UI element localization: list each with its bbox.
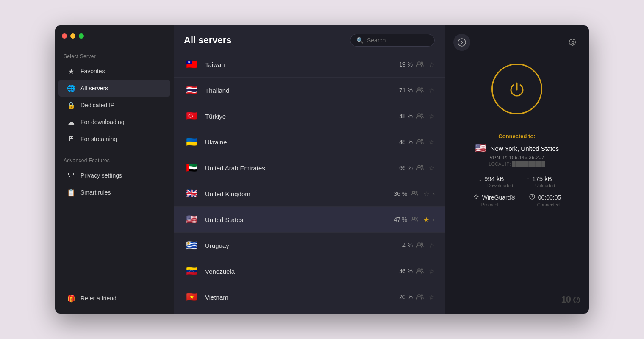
server-row[interactable]: 🇹🇷 Türkiye 48 % ☆ xyxy=(174,103,445,129)
chevron-right-icon: › xyxy=(433,190,435,197)
server-row[interactable]: 🇻🇳 Vietnam 20 % ☆ xyxy=(174,284,445,310)
server-row[interactable]: 🇹🇼 Taiwan 19 % ☆ xyxy=(174,52,445,78)
connect-arrow-button[interactable] xyxy=(453,34,470,51)
flag-icon: 🇹🇭 xyxy=(184,83,199,98)
server-load: 48 % xyxy=(391,139,413,145)
flag-icon: 🇺🇾 xyxy=(184,238,199,253)
search-box[interactable]: 🔍 xyxy=(350,34,435,47)
favorite-star-icon[interactable]: ☆ xyxy=(429,138,435,146)
svg-point-15 xyxy=(421,243,423,245)
flag-icon: 🇺🇦 xyxy=(184,134,199,150)
power-ring-button[interactable] xyxy=(491,64,542,114)
sidebar: Select Server ★ Favorites 🌐 All servers … xyxy=(55,25,174,314)
server-load: 66 % xyxy=(391,164,413,171)
server-name: Uruguay xyxy=(205,242,391,249)
flag-icon: 🇬🇧 xyxy=(184,186,199,201)
favorite-star-icon[interactable]: ☆ xyxy=(429,242,435,250)
traffic-light-green[interactable] xyxy=(79,33,84,39)
users-icon xyxy=(411,190,418,197)
sidebar-item-refer-friend[interactable]: 🎁 Refer a friend xyxy=(58,290,170,307)
sidebar-item-label: Favorites xyxy=(80,68,105,75)
server-load: 71 % xyxy=(391,87,413,94)
sidebar-item-label: For downloading xyxy=(80,119,125,125)
lock-icon: 🔒 xyxy=(67,101,75,109)
favorite-star-icon[interactable]: ☆ xyxy=(423,190,429,198)
favorite-star-icon[interactable]: ☆ xyxy=(429,61,435,69)
timer-item: 00:00:05 Connected xyxy=(529,193,561,207)
connection-city: New York, United States xyxy=(491,145,559,152)
protocol-label: Protocol xyxy=(481,202,498,207)
users-icon xyxy=(411,216,418,223)
sidebar-item-for-downloading[interactable]: ☁ For downloading xyxy=(58,114,170,131)
sidebar-item-all-servers[interactable]: 🌐 All servers xyxy=(58,80,170,97)
flag-icon: 🇹🇼 xyxy=(184,57,199,72)
server-name: Thailand xyxy=(205,87,391,94)
server-name: United Kingdom xyxy=(205,190,386,197)
globe-icon: 🌐 xyxy=(67,84,75,92)
server-list-scroll[interactable]: 🇹🇼 Taiwan 19 % ☆ 🇹🇭 Thailand 71 % xyxy=(174,52,445,314)
server-name: Türkiye xyxy=(205,113,391,120)
titlebar xyxy=(55,25,174,47)
favorite-star-icon[interactable]: ☆ xyxy=(429,164,435,172)
gift-icon: 🎁 xyxy=(67,294,75,303)
sidebar-item-for-streaming[interactable]: 🖥 For streaming xyxy=(58,131,170,147)
favorite-star-icon[interactable]: ☆ xyxy=(429,267,435,275)
svg-point-17 xyxy=(421,269,423,270)
users-icon xyxy=(416,242,424,249)
sidebar-item-dedicated-ip[interactable]: 🔒 Dedicated IP xyxy=(58,97,170,114)
connection-country-row: 🇺🇸 New York, United States xyxy=(475,143,559,154)
search-input[interactable] xyxy=(367,37,426,44)
server-load: 20 % xyxy=(391,294,413,300)
search-icon: 🔍 xyxy=(356,37,364,44)
server-load: 46 % xyxy=(391,268,413,275)
server-row[interactable]: 🇺🇦 Ukraine 48 % ☆ xyxy=(174,129,445,155)
sidebar-item-label: All servers xyxy=(80,85,108,92)
svg-line-27 xyxy=(476,197,478,198)
server-row[interactable]: 🇻🇪 Venezuela 46 % ☆ xyxy=(174,258,445,284)
users-icon xyxy=(416,113,424,120)
sidebar-item-smart-rules[interactable]: 📋 Smart rules xyxy=(58,184,170,201)
sidebar-bottom: 🎁 Refer a friend xyxy=(55,276,174,314)
users-icon xyxy=(416,294,424,301)
shield-icon: 🛡 xyxy=(67,171,75,180)
favorite-star-icon[interactable]: ☆ xyxy=(429,86,435,94)
connection-flag: 🇺🇸 xyxy=(475,143,486,154)
sidebar-item-label: Refer a friend xyxy=(80,295,117,302)
favorite-star-icon[interactable]: ★ xyxy=(423,216,429,224)
svg-point-9 xyxy=(421,165,423,167)
favorite-star-icon[interactable]: ☆ xyxy=(429,293,435,301)
server-name: United States xyxy=(205,216,386,223)
download-label: Downloaded xyxy=(487,183,513,188)
chevron-right-icon: › xyxy=(433,216,435,223)
server-name: Vietnam xyxy=(205,294,391,301)
users-icon xyxy=(416,139,424,146)
protocol-value: WireGuard® xyxy=(482,194,515,201)
download-value: 994 kB xyxy=(484,175,504,182)
server-load: 19 % xyxy=(391,61,413,68)
svg-point-13 xyxy=(416,217,417,219)
svg-point-1 xyxy=(421,62,423,64)
traffic-light-red[interactable] xyxy=(62,33,67,39)
server-row[interactable]: 🇬🇧 United Kingdom 36 % ☆ › xyxy=(174,181,445,207)
local-ip: LOCAL IP: ██████████ xyxy=(489,161,545,167)
server-load: 47 % xyxy=(386,216,407,223)
sidebar-item-favorites[interactable]: ★ Favorites xyxy=(58,63,170,80)
traffic-light-yellow[interactable] xyxy=(70,33,75,39)
flag-icon: 🇦🇪 xyxy=(184,160,199,175)
sidebar-item-privacy-settings[interactable]: 🛡 Privacy settings xyxy=(58,167,170,184)
users-icon xyxy=(416,87,424,94)
svg-point-11 xyxy=(416,191,417,193)
server-row[interactable]: 🇺🇸 United States 47 % ★ › xyxy=(174,207,445,233)
server-name: United Arab Emirates xyxy=(205,164,391,172)
settings-button[interactable] xyxy=(565,35,580,50)
users-icon xyxy=(416,164,424,172)
favorite-star-icon[interactable]: ☆ xyxy=(429,112,435,120)
server-list-panel: All servers 🔍 🇹🇼 Taiwan 19 % ☆ 🇹🇭 xyxy=(174,25,445,314)
power-button-container xyxy=(491,64,542,114)
sidebar-item-label: Dedicated IP xyxy=(80,102,114,108)
server-row[interactable]: 🇦🇪 United Arab Emirates 66 % ☆ xyxy=(174,155,445,181)
server-row[interactable]: 🇹🇭 Thailand 71 % ☆ xyxy=(174,78,445,103)
svg-point-7 xyxy=(421,139,423,141)
server-row[interactable]: 🇺🇾 Uruguay 4 % ☆ xyxy=(174,233,445,258)
upload-value: 175 kB xyxy=(532,175,552,182)
